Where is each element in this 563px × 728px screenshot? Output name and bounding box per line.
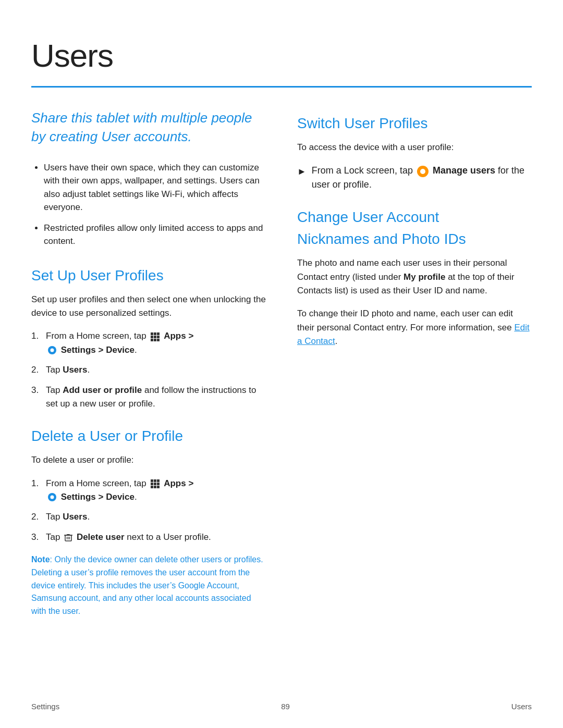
list-item: 3. Tap Add user or profile and follow th… [31,384,266,411]
settings-device-label-2: Settings > Device [61,492,134,502]
switch-heading: Switch User Profiles [297,113,532,134]
delete-steps: 1. From a Home screen, tap [31,477,266,544]
settings-device-label: Settings > Device [61,345,134,355]
users-label: Users [63,365,87,375]
change-para1: The photo and name each user uses in the… [297,256,532,298]
intro-text: Share this tablet with multiple people b… [31,108,266,146]
switch-bullet: ► From a Lock screen, tap Manage users f… [297,164,532,192]
svg-rect-11 [151,479,153,482]
note-text: Note: Only the device owner can delete o… [31,553,266,618]
step-number: 1. [31,477,39,490]
note-label: Note [31,555,50,564]
step-number: 3. [31,530,39,544]
footer-left: Settings [31,701,59,713]
svg-rect-15 [154,483,156,485]
svg-rect-8 [157,339,160,341]
apps-label-2: Apps > [164,478,193,488]
switch-bullet-text: From a Lock screen, tap Manage users for… [312,164,532,192]
step-number: 1. [31,329,39,343]
edit-contact-link[interactable]: Edit a Contact [297,323,530,346]
svg-rect-16 [157,483,160,485]
list-item: 2. Tap Users. [31,363,266,377]
users-label-2: Users [63,512,87,522]
left-column: Share this tablet with multiple people b… [31,108,266,633]
list-item: Users have their own space, which they c… [44,161,266,214]
change-section: Change User Account Nicknames and Photo … [297,206,532,348]
delete-heading: Delete a User or Profile [31,425,266,447]
settings-gear-icon [47,345,57,355]
note-body: : Only the device owner can delete other… [31,555,263,615]
my-profile-label: My profile [403,272,445,282]
page-title: Users [31,31,532,80]
change-para2: To change their ID photo and name, each … [297,307,532,348]
list-item: 2. Tap Users. [31,510,266,524]
trash-icon [64,533,73,542]
list-item: 1. From a Home screen, tap [31,477,266,504]
page-container: Users Share this tablet with multiple pe… [0,0,563,674]
intro-bullet-list: Users have their own space, which they c… [31,161,266,248]
apps-grid-icon [150,331,160,342]
setup-section: Set Up User Profiles Set up user profile… [31,265,266,411]
right-column: Switch User Profiles To access the devic… [297,108,532,633]
delete-body: To delete a user or profile: [31,453,266,467]
svg-rect-17 [151,486,153,488]
svg-rect-2 [157,332,160,335]
step-number: 2. [31,363,39,377]
svg-rect-5 [157,336,160,338]
svg-rect-12 [154,479,156,482]
svg-rect-4 [154,336,156,338]
two-column-layout: Share this tablet with multiple people b… [31,108,532,633]
setup-body: Set up user profiles and then select one… [31,293,266,320]
list-item: 1. From a Home screen, tap [31,329,266,357]
delete-user-label: Delete user [77,532,125,542]
svg-point-10 [51,349,54,352]
switch-section: Switch User Profiles To access the devic… [297,113,532,192]
svg-rect-18 [154,486,156,488]
switch-body: To access the device with a user profile… [297,141,532,154]
svg-rect-6 [151,339,153,341]
step-number: 2. [31,510,39,524]
svg-rect-13 [157,479,160,482]
svg-rect-7 [154,339,156,341]
change-heading-line2: Nicknames and Photo IDs [297,231,466,247]
change-heading: Change User Account Nicknames and Photo … [297,206,532,250]
apps-grid-icon-2 [150,478,160,489]
step-number: 3. [31,384,39,397]
title-divider [31,86,532,88]
settings-gear-icon-2 [47,492,57,502]
svg-point-21 [51,496,54,499]
delete-section: Delete a User or Profile To delete a use… [31,425,266,618]
arrow-right-icon: ► [297,165,307,179]
footer-center: 89 [281,701,290,713]
svg-rect-1 [154,332,156,335]
manage-users-icon [417,166,429,177]
list-item: Restricted profiles allow only limited a… [44,221,266,248]
setup-heading: Set Up User Profiles [31,265,266,287]
footer-right: Users [511,701,532,713]
page-footer: Settings 89 Users [31,701,532,713]
setup-steps: 1. From a Home screen, tap [31,329,266,411]
note-section: Note: Only the device owner can delete o… [31,553,266,618]
svg-rect-3 [151,336,153,338]
change-heading-line1: Change User Account [297,209,439,225]
list-item: 3. Tap Delete user next to a User profil… [31,530,266,544]
svg-rect-14 [151,483,153,485]
svg-rect-19 [157,486,160,488]
add-user-label: Add user or profile [63,385,142,395]
apps-label: Apps > [164,331,193,341]
svg-rect-0 [151,332,153,335]
manage-users-label: Manage users [433,165,495,176]
